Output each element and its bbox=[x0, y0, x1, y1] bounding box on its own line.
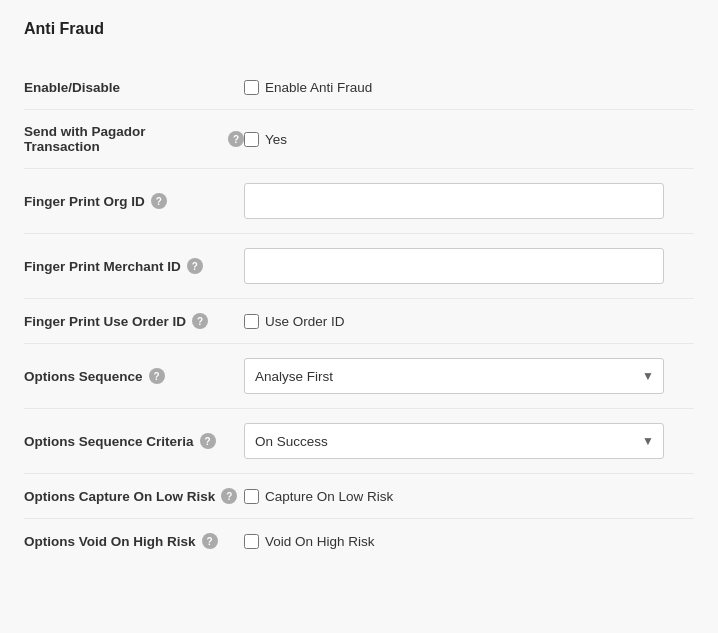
checkbox-enable-disable[interactable] bbox=[244, 80, 259, 95]
form-row-options-capture-low-risk: Options Capture On Low Risk?Capture On L… bbox=[24, 474, 694, 519]
select-options-sequence-criteria[interactable]: On SuccessOn FailureAlways bbox=[244, 423, 664, 459]
form-row-enable-disable: Enable/DisableEnable Anti Fraud bbox=[24, 66, 694, 110]
checkbox-wrapper-options-void-high-risk[interactable]: Void On High Risk bbox=[244, 534, 375, 549]
label-finger-print-order: Finger Print Use Order ID? bbox=[24, 313, 244, 329]
label-options-void-high-risk: Options Void On High Risk? bbox=[24, 533, 244, 549]
checkbox-options-capture-low-risk[interactable] bbox=[244, 489, 259, 504]
help-icon-send-pagador[interactable]: ? bbox=[228, 131, 244, 147]
checkbox-wrapper-send-pagador[interactable]: Yes bbox=[244, 132, 287, 147]
checkbox-label-options-void-high-risk: Void On High Risk bbox=[265, 534, 375, 549]
form-rows: Enable/DisableEnable Anti FraudSend with… bbox=[24, 66, 694, 563]
anti-fraud-section: Anti Fraud Enable/DisableEnable Anti Fra… bbox=[0, 0, 718, 633]
control-finger-print-merchant bbox=[244, 248, 694, 284]
form-row-options-void-high-risk: Options Void On High Risk?Void On High R… bbox=[24, 519, 694, 563]
select-wrapper-options-sequence: Analyse FirstAuthorize First▼ bbox=[244, 358, 664, 394]
control-finger-print-org bbox=[244, 183, 694, 219]
label-finger-print-org: Finger Print Org ID? bbox=[24, 193, 244, 209]
checkbox-options-void-high-risk[interactable] bbox=[244, 534, 259, 549]
checkbox-label-enable-disable: Enable Anti Fraud bbox=[265, 80, 372, 95]
help-icon-finger-print-order[interactable]: ? bbox=[192, 313, 208, 329]
help-icon-options-capture-low-risk[interactable]: ? bbox=[221, 488, 237, 504]
checkbox-finger-print-order[interactable] bbox=[244, 314, 259, 329]
help-icon-finger-print-merchant[interactable]: ? bbox=[187, 258, 203, 274]
section-title: Anti Fraud bbox=[24, 20, 694, 46]
label-options-capture-low-risk: Options Capture On Low Risk? bbox=[24, 488, 244, 504]
control-options-sequence: Analyse FirstAuthorize First▼ bbox=[244, 358, 694, 394]
form-row-finger-print-order: Finger Print Use Order ID?Use Order ID bbox=[24, 299, 694, 344]
control-options-void-high-risk: Void On High Risk bbox=[244, 534, 694, 549]
form-row-options-sequence-criteria: Options Sequence Criteria?On SuccessOn F… bbox=[24, 409, 694, 474]
checkbox-label-send-pagador: Yes bbox=[265, 132, 287, 147]
label-enable-disable: Enable/Disable bbox=[24, 80, 244, 95]
select-wrapper-options-sequence-criteria: On SuccessOn FailureAlways▼ bbox=[244, 423, 664, 459]
select-options-sequence[interactable]: Analyse FirstAuthorize First bbox=[244, 358, 664, 394]
control-finger-print-order: Use Order ID bbox=[244, 314, 694, 329]
form-row-send-pagador: Send with Pagador Transaction?Yes bbox=[24, 110, 694, 169]
help-icon-options-sequence-criteria[interactable]: ? bbox=[200, 433, 216, 449]
text-input-finger-print-org[interactable] bbox=[244, 183, 664, 219]
control-enable-disable: Enable Anti Fraud bbox=[244, 80, 694, 95]
label-finger-print-merchant: Finger Print Merchant ID? bbox=[24, 258, 244, 274]
checkbox-label-options-capture-low-risk: Capture On Low Risk bbox=[265, 489, 393, 504]
help-icon-options-void-high-risk[interactable]: ? bbox=[202, 533, 218, 549]
form-row-options-sequence: Options Sequence?Analyse FirstAuthorize … bbox=[24, 344, 694, 409]
label-send-pagador: Send with Pagador Transaction? bbox=[24, 124, 244, 154]
label-options-sequence: Options Sequence? bbox=[24, 368, 244, 384]
help-icon-options-sequence[interactable]: ? bbox=[149, 368, 165, 384]
form-row-finger-print-merchant: Finger Print Merchant ID? bbox=[24, 234, 694, 299]
checkbox-wrapper-enable-disable[interactable]: Enable Anti Fraud bbox=[244, 80, 372, 95]
label-options-sequence-criteria: Options Sequence Criteria? bbox=[24, 433, 244, 449]
checkbox-wrapper-options-capture-low-risk[interactable]: Capture On Low Risk bbox=[244, 489, 393, 504]
control-options-sequence-criteria: On SuccessOn FailureAlways▼ bbox=[244, 423, 694, 459]
checkbox-label-finger-print-order: Use Order ID bbox=[265, 314, 345, 329]
control-options-capture-low-risk: Capture On Low Risk bbox=[244, 489, 694, 504]
control-send-pagador: Yes bbox=[244, 132, 694, 147]
text-input-finger-print-merchant[interactable] bbox=[244, 248, 664, 284]
form-row-finger-print-org: Finger Print Org ID? bbox=[24, 169, 694, 234]
help-icon-finger-print-org[interactable]: ? bbox=[151, 193, 167, 209]
checkbox-wrapper-finger-print-order[interactable]: Use Order ID bbox=[244, 314, 345, 329]
checkbox-send-pagador[interactable] bbox=[244, 132, 259, 147]
